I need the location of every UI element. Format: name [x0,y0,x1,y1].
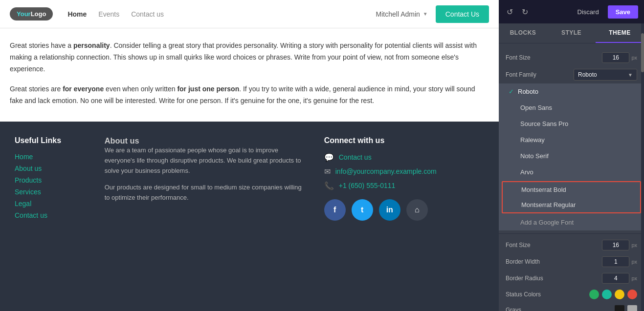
admin-name: Mitchell Admin [376,10,420,18]
tab-blocks[interactable]: BLOCKS [499,23,547,43]
font-size2-unit: px [631,242,637,248]
font-name: Source Sans Pro [520,120,568,127]
color-swatch-yellow[interactable] [615,290,624,299]
connect-contact: 💬 Contact us [324,153,484,162]
grays-row: Grays [499,302,644,311]
footer-link-services[interactable]: Services [15,188,41,196]
border-width-row: Border Width px [499,253,644,270]
connect-title: Connect with us [324,136,484,145]
social-icons: f t in ⌂ [324,199,484,221]
font-name: Raleway [520,136,545,144]
footer-link-contact[interactable]: Contact us [15,211,47,219]
connect-phone: 📞 +1 (650) 555-0111 [324,181,484,190]
font-item-montserrat-bold[interactable]: Montserrat Bold [503,182,640,197]
panel-body: Font Size px Font Family Roboto ▼ ✓ Robo… [499,43,644,311]
footer-link-home[interactable]: Home [15,153,33,161]
color-swatch-red[interactable] [627,290,637,299]
font-name: Montserrat Bold [521,186,566,193]
save-button[interactable]: Save [608,5,638,19]
nav-contact[interactable]: Contact us [131,10,164,18]
content-para2: Great stories are for everyone even when… [10,83,489,107]
discard-button[interactable]: Discard [573,5,604,19]
font-item-arvo[interactable]: Arvo [499,164,644,180]
font-family-row: Font Family Roboto ▼ [499,66,644,83]
phone-icon: 📞 [324,181,334,190]
font-size2-input[interactable] [602,240,629,250]
font-size-input[interactable] [602,52,629,63]
footer-connect: Connect with us 💬 Contact us ✉ info@your… [324,136,484,301]
font-name: Roboto [518,88,538,95]
highlighted-fonts-group: Montserrat Bold Montserrat Regular [502,181,641,213]
connect-email-link[interactable]: info@yourcompany.example.com [335,167,437,175]
twitter-button[interactable]: t [352,199,373,221]
color-swatch-green[interactable] [589,290,599,299]
status-colors-label: Status Colors [506,291,589,298]
tab-style[interactable]: STYLE [547,23,596,43]
gray-swatch-dark[interactable] [615,305,624,311]
font-list: ✓ Roboto Open Sans Source Sans Pro Ralew… [499,83,644,230]
connect-phone-link[interactable]: +1 (650) 555-0111 [339,182,396,189]
redo-button[interactable]: ↻ [520,5,530,19]
header-right: Mitchell Admin ▼ Contact Us [376,5,489,23]
footer-link-products[interactable]: Products [15,176,42,184]
about-para1: We are a team of passionate people whose… [105,145,305,176]
right-panel: ↺ ↻ Discard Save BLOCKS STYLE THEME Font… [499,0,644,311]
toolbar-icons: ↺ ↻ [505,5,530,19]
nav-events[interactable]: Events [98,10,119,18]
font-item-notoserifrow[interactable]: Noto Serif [499,148,644,164]
footer-link-legal[interactable]: Legal [15,200,31,207]
border-width-input[interactable] [602,256,629,267]
border-radius-row: Border Radius px [499,270,644,287]
chevron-down-icon: ▼ [423,11,428,17]
font-family-dropdown[interactable]: Roboto ▼ [574,69,637,81]
status-colors-row: Status Colors [499,287,644,302]
font-item-roboto[interactable]: ✓ Roboto [499,83,644,100]
color-swatch-teal[interactable] [602,290,612,299]
logo[interactable]: YourLogo [10,7,53,21]
tab-theme[interactable]: THEME [596,23,644,43]
home-button[interactable]: ⌂ [406,199,428,221]
connect-email: ✉ info@yourcompany.example.com [324,167,484,176]
linkedin-button[interactable]: in [379,199,400,221]
website-preview: YourLogo Home Events Contact us Mitchell… [0,0,499,311]
chat-icon: 💬 [324,153,334,162]
footer-useful-links: Useful Links Home About us Products Serv… [15,136,105,301]
useful-links-title: Useful Links [15,136,95,145]
border-radius-input[interactable] [602,273,629,284]
gray-swatch-mid[interactable] [627,305,637,311]
font-item-add-google[interactable]: Add a Google Font [499,214,644,230]
footer-link-about[interactable]: About us [15,165,42,172]
content-para1: Great stories have a personality. Consid… [10,40,489,75]
font-item-raleway[interactable]: Raleway [499,132,644,148]
border-radius-unit: px [631,275,637,281]
connect-contact-link[interactable]: Contact us [339,153,372,161]
email-icon: ✉ [324,167,331,176]
divider [499,233,644,234]
nav-home[interactable]: Home [67,10,87,18]
panel-tabs: BLOCKS STYLE THEME [499,23,644,43]
font-family-label: Font Family [506,71,574,78]
font-item-opensans[interactable]: Open Sans [499,100,644,116]
border-width-unit: px [631,259,637,265]
site-footer: Useful Links Home About us Products Serv… [0,122,499,311]
gray-swatches [615,305,637,311]
font-item-montserrat-regular[interactable]: Montserrat Regular [503,197,640,212]
color-swatches [589,290,637,299]
footer-about: About us We are a team of passionate peo… [105,136,324,301]
font-size2-row: Font Size px [499,237,644,253]
grays-label: Grays [506,307,615,311]
facebook-button[interactable]: f [324,199,346,221]
undo-button[interactable]: ↺ [505,5,515,19]
font-item-sourcesans[interactable]: Source Sans Pro [499,116,644,132]
check-icon: ✓ [509,88,514,95]
font-size2-label: Font Size [506,242,602,249]
font-family-value: Roboto [578,71,597,78]
admin-dropdown[interactable]: Mitchell Admin ▼ [376,10,428,18]
border-width-label: Border Width [506,258,602,265]
about-para2: Our products are designed for small to m… [105,183,305,203]
font-size-unit: px [631,55,637,61]
font-name: Noto Serif [520,152,549,160]
site-header: YourLogo Home Events Contact us Mitchell… [0,0,499,28]
font-name: Open Sans [520,104,552,111]
contact-us-button[interactable]: Contact Us [436,5,489,23]
